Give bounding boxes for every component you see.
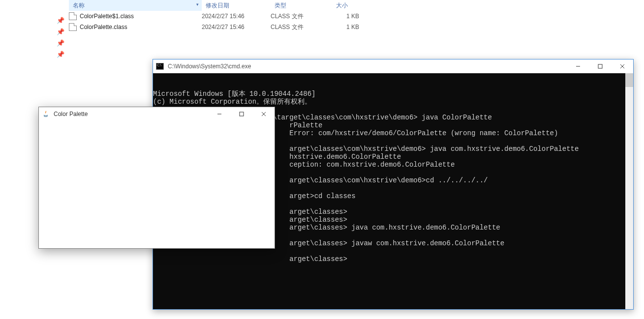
svg-rect-1 [598,64,602,68]
file-type: CLASS 文件 [271,12,332,21]
pin-icon: 📌 [57,28,66,35]
maximize-button[interactable] [230,107,252,121]
cmd-scrollbar[interactable] [625,73,633,309]
file-list: ColorPalette$1.class 2024/2/27 15:46 CLA… [69,11,359,32]
file-size: 1 KB [332,13,359,20]
file-icon [69,23,77,31]
java-window[interactable]: Color Palette [38,107,275,249]
scrollbar-thumb[interactable] [625,73,633,87]
file-date: 2024/2/27 15:46 [202,24,271,30]
java-window-controls [208,107,275,121]
file-row[interactable]: ColorPalette.class 2024/2/27 15:46 CLASS… [69,22,359,32]
minimize-button[interactable] [567,59,589,73]
svg-rect-5 [240,112,244,116]
file-icon [69,12,77,20]
column-type[interactable]: 类型 [271,0,332,11]
cmd-line: Microsoft Windows [版本 10.0.19044.2486] [153,90,633,98]
column-size[interactable]: 大小 [332,0,364,11]
quick-access-pins: 📌 📌 📌 📌 [57,17,66,58]
pin-icon: 📌 [57,51,66,58]
cmd-line: arget\classes> [153,255,633,263]
cmd-window-controls [567,59,633,73]
cmd-icon [156,63,164,70]
cmd-title: C:\Windows\System32\cmd.exe [168,63,251,70]
column-date[interactable]: 修改日期 [202,0,271,11]
pin-icon: 📌 [57,17,66,24]
close-button[interactable] [252,107,275,121]
file-type: CLASS 文件 [271,23,332,31]
java-icon [42,110,50,118]
explorer-columns: 名称 ▾ 修改日期 类型 大小 [0,0,644,11]
cmd-line: (c) Microsoft Corporation。保留所有权利。 [153,98,633,106]
file-name: ColorPalette.class [80,24,202,30]
file-size: 1 KB [332,24,359,30]
java-title: Color Palette [54,111,88,117]
java-titlebar[interactable]: Color Palette [39,107,275,121]
sort-dropdown-icon[interactable]: ▾ [196,2,199,7]
column-name-label: 名称 [73,1,85,10]
column-name[interactable]: 名称 ▾ [69,0,202,11]
file-name: ColorPalette$1.class [80,13,202,20]
close-button[interactable] [611,59,633,73]
cmd-titlebar[interactable]: C:\Windows\System32\cmd.exe [153,59,633,73]
minimize-button[interactable] [208,107,230,121]
java-body [39,121,275,248]
file-row[interactable]: ColorPalette$1.class 2024/2/27 15:46 CLA… [69,11,359,22]
pin-icon: 📌 [57,39,66,47]
file-date: 2024/2/27 15:46 [202,13,271,20]
maximize-button[interactable] [589,59,611,73]
